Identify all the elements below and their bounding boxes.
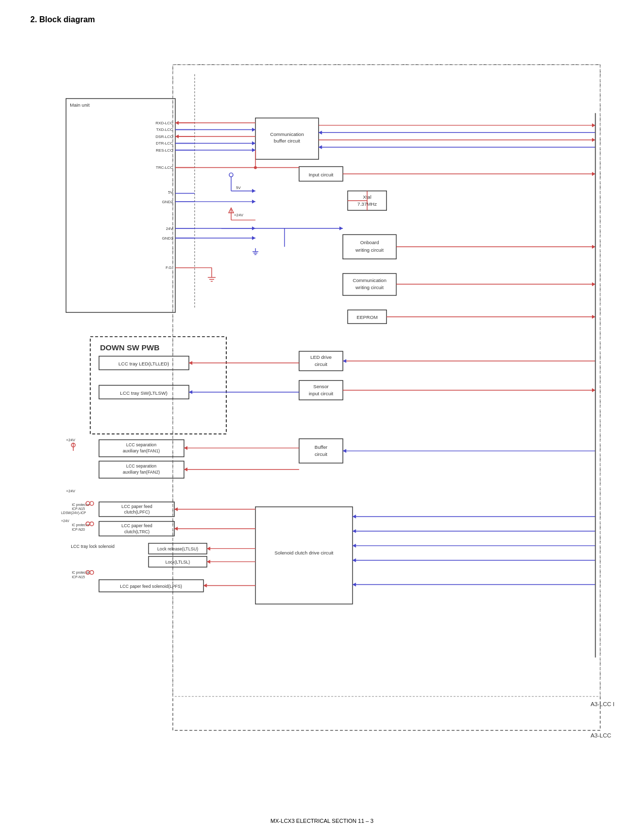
sol-ltlsl-arrow (207, 560, 211, 564)
sensor-to-lcc-arrow (189, 390, 192, 394)
icp-n15-1-label: ICP-N15 (72, 507, 85, 511)
lcc-pfeed-lpfc-label-2: clutch(LPFC) (124, 509, 150, 515)
gnd2-arrow (252, 200, 256, 204)
icp-n15-2-label: ICP-N15 (72, 575, 85, 579)
res-lcc-label: RES-LCC (156, 148, 173, 153)
lcc-lock-label: Lock(LTLSL) (165, 560, 190, 565)
gnd1-arrow (252, 236, 256, 240)
sol-right-3 (353, 544, 356, 548)
main-unit-label: Main unit (70, 102, 89, 108)
lcc-sep-fan2-label-2: auxiliary fan(FAN2) (123, 470, 160, 475)
comm-writing-label-2: writing circuit (355, 285, 384, 290)
lcc-pfeed-lpfc-label-1: LCC paper feed (122, 504, 153, 509)
buffer-circuit-label-2: circuit (315, 451, 327, 457)
24v-label: 24V (166, 226, 174, 231)
24v-plus-label: +24V (234, 213, 243, 217)
ic-protector2-label: IC protector (72, 523, 90, 527)
buffer-circuit-label-1: Buffer (315, 444, 328, 450)
gnd1-label: GND1 (162, 236, 173, 241)
5v-arrow (252, 189, 256, 193)
sol-right-2 (353, 529, 356, 533)
comm-buffer-label: Communication (270, 131, 304, 137)
5v-symbol (229, 173, 233, 177)
led-drive-label-1: LED drive (310, 354, 331, 360)
buf-to-fan1-arrow (184, 446, 187, 450)
buf-right-arrow (343, 449, 346, 453)
sol-ltrc-arrow (174, 527, 178, 531)
a3lcc-label: A3-LCC (590, 732, 611, 738)
24v-fans-label: +24V (66, 438, 76, 442)
onboard-writing-label-1: Onboard (360, 240, 379, 245)
input-right-arrow (592, 172, 596, 176)
input-circuit-label: Input circuit (309, 172, 333, 177)
fg-label: F.G. (166, 265, 173, 270)
dtr-lcc-label: DTR-LCC (156, 141, 173, 146)
svg-rect-0 (173, 65, 600, 730)
sol-lpfc-arrow (174, 507, 178, 512)
lcc-pfeed-ltrc-label-1: LCC paper feed (122, 523, 153, 528)
sol-right-1 (353, 515, 356, 519)
lcc-lock-release-label: Lock release(LTLSU) (157, 546, 198, 551)
lcc-sep-fan1-label-2: auxiliary fan(FAN1) (123, 448, 160, 453)
buf-to-fan2-arrow (184, 468, 187, 472)
res-arrow (252, 148, 256, 152)
sol-ltlsu-arrow (207, 547, 211, 551)
dtr-arrow (252, 142, 256, 146)
cb-right-arrow4 (319, 145, 322, 149)
ldsw-label: LDSW(24V)-ICP (61, 511, 86, 515)
svg-rect-1 (173, 65, 600, 697)
led-right-arrow (343, 359, 346, 363)
sol-lpfs-arrow (204, 584, 207, 588)
cb-right-arrow3 (592, 138, 596, 142)
onboard-right-arrow (592, 245, 596, 249)
down-sw-pwb-label: DOWN SW PWB (100, 343, 160, 352)
5v-value-label: 5V (236, 186, 241, 190)
led-drive-label-2: circuit (315, 361, 327, 367)
ic-protector1-label: IC protector (72, 503, 90, 507)
lcc-pfeed-solenoid-label: LCC paper feed solenoid(LPFS) (120, 584, 182, 589)
eeprom-right-arrow (592, 315, 596, 319)
svg-text:buffer circuit: buffer circuit (274, 138, 300, 144)
5v-label: 5V (168, 190, 173, 195)
24v-to-onboard-arrow (339, 226, 343, 230)
rxd-lcc-label: RXD-LCC (156, 121, 173, 125)
comm-writing-label-1: Communication (353, 277, 386, 283)
txd-lcc-label: TXD-LCC (156, 127, 173, 132)
dsr-lcc-label: DSR-LCC (156, 134, 173, 139)
sensor-input-label-2: input circuit (309, 391, 333, 396)
sensor-input-label-1: Sensor (313, 384, 329, 389)
commw-right-arrow (592, 282, 596, 286)
lcc-tray-led-label: LCC tray LED(LTLLED) (118, 361, 169, 366)
lcc-sep-fan2-label-1: LCC separation (126, 464, 157, 469)
solenoid-label: Solenoid clutch drive circuit (275, 550, 334, 555)
sol-right-5 (353, 583, 356, 587)
lcc-pfeed-ltrc-label-2: clutch(LTRC) (124, 529, 150, 534)
sol-right-4 (353, 559, 356, 563)
cb-right-arrow1 (592, 123, 596, 127)
a3lcc-i-label: A3-LCC I (590, 701, 614, 707)
ic-prot2-sym2 (90, 522, 94, 526)
led-to-lcc-arrow (189, 361, 192, 365)
lcc-sep-fan1-label-1: LCC separation (126, 442, 157, 447)
onboard-writing-label-2: writing circuit (355, 247, 384, 253)
cb-right-arrow2 (319, 130, 322, 134)
icp-n20-label: ICP-N20 (72, 528, 85, 531)
txd-arrow (252, 128, 256, 132)
lcc-tray-sw-label: LCC tray SW(LTLSW) (120, 390, 168, 396)
ic-prot3-sym2 (90, 571, 94, 575)
gnd2-label: GND2 (162, 200, 173, 204)
lcc-tray-lock-label: LCC tray lock solenoid (71, 544, 115, 549)
eeprom-label: EEPROM (357, 314, 378, 320)
sensor-right-arrow (592, 388, 596, 392)
page-title: 2. Block diagram (30, 15, 95, 24)
24v-2-label: +24V (61, 519, 69, 523)
ic-prot1-sym2 (90, 501, 94, 505)
trc-lcc-label: TRC-LCC (156, 165, 173, 170)
24v-sol-label: +24V (66, 489, 76, 493)
footer-text: MX-LCX3 ELECTRICAL SECTION 11 – 3 (0, 818, 644, 824)
